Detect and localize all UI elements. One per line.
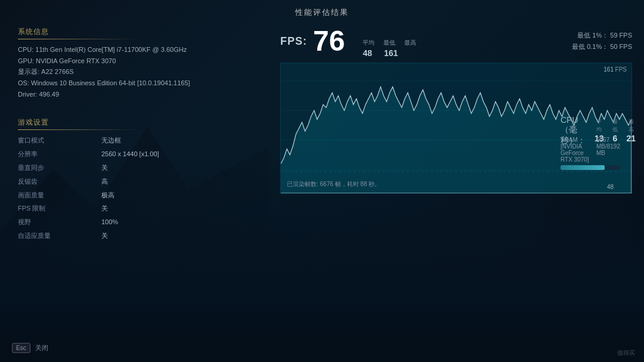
setting-value-1: 2560 x 1440 [x1.00] bbox=[101, 148, 274, 160]
graph-low-value: 48 bbox=[607, 184, 614, 190]
vram-value: 6067 MB/8192 MB bbox=[596, 137, 620, 163]
game-settings-title: 游戏设置 bbox=[18, 117, 274, 130]
fps-min-value: 48 bbox=[363, 48, 372, 58]
cpu-info: CPU: 11th Gen Intel(R) Core[TM] i7-11700… bbox=[18, 44, 274, 55]
os-info: OS: Windows 10 Business Edition 64-bit [… bbox=[18, 78, 274, 89]
setting-value-7: 关 bbox=[101, 230, 274, 242]
cpu-max-label: 最高 bbox=[627, 118, 636, 134]
gpu-info: GPU: NVIDIA GeForce RTX 3070 bbox=[18, 55, 274, 67]
left-panel: 系统信息 CPU: 11th Gen Intel(R) Core[TM] i7-… bbox=[18, 27, 274, 242]
system-info-text: CPU: 11th Gen Intel(R) Core[TM] i7-11700… bbox=[18, 44, 274, 100]
setting-value-3: 高 bbox=[101, 176, 274, 188]
esc-key: Esc bbox=[12, 343, 30, 353]
setting-value-6: 100% bbox=[101, 216, 274, 228]
fps-label: FPS: bbox=[280, 35, 307, 48]
cpu-max-value: 21 bbox=[626, 134, 636, 143]
graph-high-value: 161 bbox=[603, 66, 614, 73]
setting-label-7: 自适应质量 bbox=[18, 230, 89, 242]
setting-value-2: 关 bbox=[101, 162, 274, 174]
setting-value-5: 关 bbox=[101, 203, 274, 215]
watermark: 值得买 bbox=[617, 349, 635, 357]
esc-label: 关闭 bbox=[35, 344, 48, 352]
system-info-title: 系统信息 bbox=[18, 27, 274, 39]
low01-stat: 最低 0.1%： 50 FPS bbox=[572, 41, 632, 52]
vram-bar-background bbox=[561, 165, 620, 170]
fps-stat-labels: 平均 最低 最高 bbox=[363, 39, 416, 47]
setting-label-0: 窗口模式 bbox=[18, 135, 89, 147]
setting-label-5: FPS 限制 bbox=[18, 203, 89, 215]
setting-value-4: 极高 bbox=[101, 190, 274, 202]
setting-value-0: 无边框 bbox=[101, 135, 274, 147]
fps-average-value: 76 bbox=[313, 27, 345, 55]
cpu-min-label: 最低 bbox=[611, 118, 620, 134]
vram-header: VRAM [NVIDIA GeForce RTX 3070] 6067 MB/8… bbox=[561, 137, 620, 163]
right-panel: FPS: 76 平均 最低 最高 48 161 最低 1%： 59 FPS bbox=[280, 27, 632, 194]
setting-label-4: 画面质量 bbox=[18, 190, 89, 202]
low01-value: 50 FPS bbox=[610, 43, 632, 50]
low1-value: 59 FPS bbox=[610, 32, 632, 39]
low01-label: 最低 0.1%： bbox=[572, 43, 608, 50]
fps-right-stats: 最低 1%： 59 FPS 最低 0.1%： 50 FPS bbox=[572, 30, 632, 52]
low1-stat: 最低 1%： 59 FPS bbox=[572, 30, 632, 41]
low1-label: 最低 1%： bbox=[577, 32, 608, 39]
vram-bar-fill bbox=[561, 165, 605, 170]
max-label: 最高 bbox=[404, 39, 416, 47]
fps-stats-group: 平均 最低 最高 48 161 bbox=[363, 39, 416, 58]
page-title: 性能评估结果 bbox=[295, 7, 349, 18]
vram-section: VRAM [NVIDIA GeForce RTX 3070] 6067 MB/8… bbox=[561, 137, 620, 170]
esc-button[interactable]: Esc 关闭 bbox=[12, 343, 48, 353]
graph-fps-label: FPS bbox=[615, 66, 627, 73]
display-info: 显示器: A22 2766S bbox=[18, 66, 274, 78]
graph-rendered-info: 已渲染帧数: 6676 帧，耗时 88 秒。 bbox=[287, 180, 380, 188]
fps-header-area: FPS: 76 平均 最低 最高 48 161 最低 1%： 59 FPS bbox=[280, 27, 632, 58]
cpu-avg-label: 平均 bbox=[595, 118, 603, 134]
min-label: 最低 bbox=[383, 39, 395, 47]
driver-info: Driver: 496.49 bbox=[18, 89, 274, 100]
setting-label-2: 垂直同步 bbox=[18, 162, 89, 174]
setting-label-6: 视野 bbox=[18, 216, 89, 228]
fps-stat-values: 48 161 bbox=[363, 48, 416, 58]
settings-grid: 窗口模式 无边框 分辨率 2560 x 1440 [x1.00] 垂直同步 关 … bbox=[18, 135, 274, 242]
setting-label-1: 分辨率 bbox=[18, 148, 89, 160]
setting-label-3: 反锯齿 bbox=[18, 176, 89, 188]
vram-label: VRAM [NVIDIA GeForce RTX 3070] bbox=[561, 137, 596, 163]
cpu-col-labels: 平均 最低 最高 bbox=[595, 118, 636, 134]
fps-label-area: FPS: 76 bbox=[280, 27, 345, 55]
game-settings-section: 游戏设置 窗口模式 无边框 分辨率 2560 x 1440 [x1.00] 垂直… bbox=[18, 117, 274, 242]
avg-label: 平均 bbox=[363, 39, 374, 47]
fps-max-value: 161 bbox=[384, 48, 398, 58]
